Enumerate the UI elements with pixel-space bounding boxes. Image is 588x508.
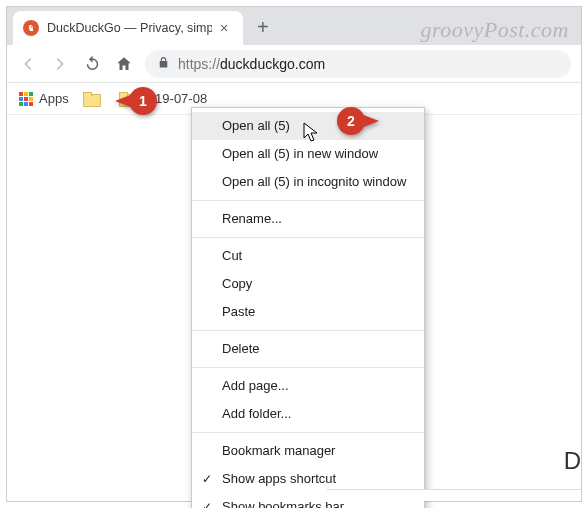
page-content-letter: D [564, 447, 581, 475]
folder-icon [83, 92, 99, 105]
tab-close-button[interactable]: × [220, 21, 228, 35]
home-button[interactable] [113, 53, 135, 75]
annotation-number: 1 [129, 87, 157, 115]
ctx-separator [192, 367, 424, 368]
context-menu: Open all (5) Open all (5) in new window … [191, 107, 425, 508]
ctx-separator [192, 237, 424, 238]
svg-point-1 [31, 26, 32, 27]
browser-tab[interactable]: DuckDuckGo — Privacy, simplifie × [13, 11, 243, 45]
back-button[interactable] [17, 53, 39, 75]
new-tab-button[interactable]: + [243, 16, 279, 45]
ctx-bookmark-manager[interactable]: Bookmark manager [192, 437, 424, 465]
ctx-open-all-incognito[interactable]: Open all (5) in incognito window [192, 168, 424, 196]
apps-shortcut[interactable]: Apps [19, 91, 69, 106]
browser-window: groovyPost.com DuckDuckGo — Privacy, sim… [6, 6, 582, 502]
annotation-callout-2: 2 [337, 107, 379, 135]
url-text: https://duckduckgo.com [178, 55, 325, 73]
ctx-rename[interactable]: Rename... [192, 205, 424, 233]
annotation-callout-1: 1 [115, 87, 157, 115]
apps-label: Apps [39, 91, 69, 106]
page-content-edge [327, 489, 581, 501]
ctx-add-folder[interactable]: Add folder... [192, 400, 424, 428]
bookmark-folder-unnamed[interactable] [83, 92, 105, 105]
tab-title: DuckDuckGo — Privacy, simplifie [47, 21, 212, 35]
ctx-open-all-new-window[interactable]: Open all (5) in new window [192, 140, 424, 168]
reload-button[interactable] [81, 53, 103, 75]
ctx-add-page[interactable]: Add page... [192, 372, 424, 400]
ctx-separator [192, 330, 424, 331]
ctx-separator [192, 200, 424, 201]
apps-icon [19, 92, 33, 106]
toolbar: https://duckduckgo.com [7, 45, 581, 83]
ctx-copy[interactable]: Copy [192, 270, 424, 298]
watermark-text: groovyPost.com [420, 17, 569, 43]
duckduckgo-favicon [23, 20, 39, 36]
ctx-open-all[interactable]: Open all (5) [192, 112, 424, 140]
address-bar[interactable]: https://duckduckgo.com [145, 50, 571, 78]
ctx-separator [192, 432, 424, 433]
ctx-delete[interactable]: Delete [192, 335, 424, 363]
ctx-paste[interactable]: Paste [192, 298, 424, 326]
lock-icon [157, 55, 170, 73]
ctx-cut[interactable]: Cut [192, 242, 424, 270]
forward-button[interactable] [49, 53, 71, 75]
